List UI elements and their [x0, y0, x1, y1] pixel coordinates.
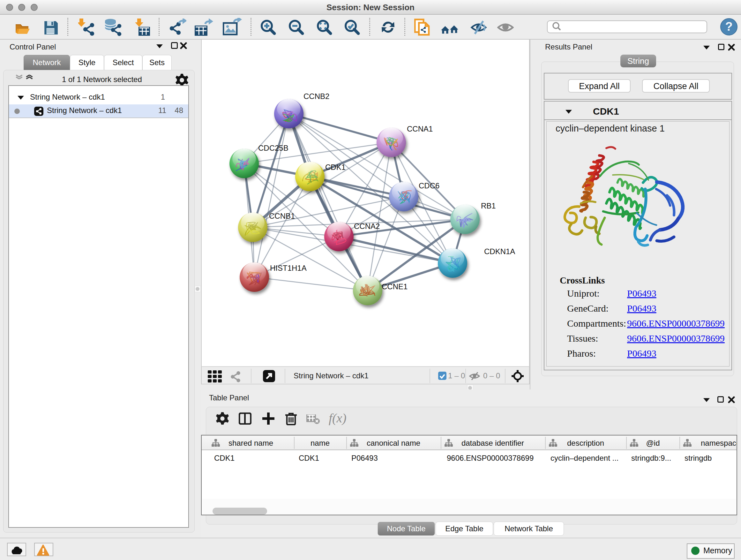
- svg-text:HIST1H1A: HIST1H1A: [270, 264, 307, 272]
- svg-text:CCNB1: CCNB1: [269, 212, 295, 220]
- svg-text:CCNA1: CCNA1: [407, 125, 433, 133]
- svg-text:CCNE1: CCNE1: [382, 282, 408, 291]
- svg-text:CCNA2: CCNA2: [354, 222, 380, 231]
- svg-text:CDKN1A: CDKN1A: [484, 247, 515, 256]
- svg-text:CDK1: CDK1: [325, 163, 346, 172]
- svg-text:CDC6: CDC6: [419, 181, 440, 190]
- svg-text:RB1: RB1: [481, 201, 496, 210]
- svg-text:CCNB2: CCNB2: [304, 92, 329, 101]
- svg-text:CDC25B: CDC25B: [258, 144, 288, 152]
